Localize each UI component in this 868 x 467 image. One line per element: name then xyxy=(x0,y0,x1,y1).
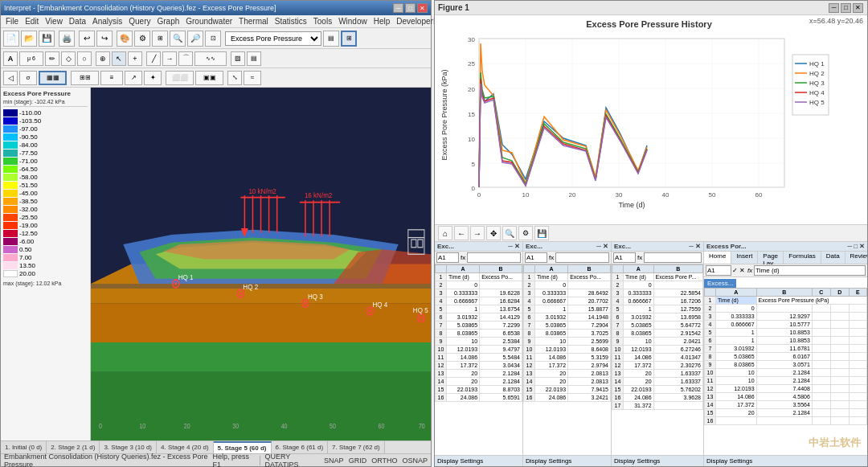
tb-draw1[interactable]: ✏ xyxy=(45,51,59,66)
tb-zoom-all[interactable]: ⊡ xyxy=(205,31,221,47)
tb-new[interactable]: 📄 xyxy=(3,31,19,47)
minimize-btn[interactable]: ─ xyxy=(393,3,403,13)
tb-curve[interactable]: ∿∿ xyxy=(194,51,227,66)
tb-zoom-out[interactable]: 🔎 xyxy=(187,31,203,47)
menu-analysis[interactable]: Analysis xyxy=(89,17,125,26)
svg-text:25: 25 xyxy=(468,60,475,68)
fig-home-icon[interactable]: ⌂ xyxy=(438,226,452,240)
tab-stage7[interactable]: 7. Stage 7 (62 d) xyxy=(328,441,385,453)
ribbon-tab-formulas[interactable]: Formulas xyxy=(784,252,821,264)
tb-deformed[interactable]: ⊞ xyxy=(341,31,357,47)
fig-pan-icon[interactable]: ✥ xyxy=(486,226,501,240)
tb-draw2[interactable]: ◇ xyxy=(61,51,76,66)
ribbon-tab-review[interactable]: Review xyxy=(845,252,867,264)
tb-redo[interactable]: ↪ xyxy=(96,31,113,47)
tb-cross[interactable]: + xyxy=(128,51,142,66)
menu-query[interactable]: Query xyxy=(125,17,154,26)
menu-edit[interactable]: Edit xyxy=(22,17,42,26)
ep1-close[interactable]: ✕ xyxy=(514,243,520,250)
ep4-close[interactable]: ✕ xyxy=(859,243,865,250)
menu-thermal[interactable]: Thermal xyxy=(235,17,272,26)
tb-settings[interactable]: ⚙ xyxy=(134,31,150,47)
tb-arc[interactable]: ⌒ xyxy=(178,51,193,66)
ep2-minimize[interactable]: ─ xyxy=(596,243,601,250)
tb-draw3[interactable]: ○ xyxy=(77,51,92,66)
tb-deform2[interactable]: ⤡ xyxy=(227,71,242,85)
ribbon-tab-data[interactable]: Data xyxy=(821,252,845,264)
menu-file[interactable]: File xyxy=(2,17,22,26)
fig-save-icon[interactable]: 💾 xyxy=(534,226,549,240)
tb-vectors[interactable]: ↗ xyxy=(125,71,142,85)
tb-snap[interactable]: ⊕ xyxy=(96,51,110,66)
tb-select[interactable]: ↖ xyxy=(112,51,126,66)
close-btn[interactable]: ✕ xyxy=(417,3,428,13)
ep1-cell-ref[interactable] xyxy=(436,252,459,263)
tb-shading2[interactable]: ▤ xyxy=(247,51,261,66)
ep2-cell-ref[interactable] xyxy=(525,252,547,263)
fig-maximize[interactable]: □ xyxy=(841,3,851,13)
ep2-close[interactable]: ✕ xyxy=(603,243,608,250)
tb-undo[interactable]: ↩ xyxy=(79,31,95,47)
ep4-status: Display Settings xyxy=(704,455,867,466)
fig-zoom-icon[interactable]: 🔍 xyxy=(502,226,517,240)
fig-minimize[interactable]: ─ xyxy=(829,3,839,13)
tb-symbols[interactable]: ✦ xyxy=(144,71,162,85)
tb-dimensions[interactable]: μ 6 xyxy=(19,51,43,66)
ep1-minimize[interactable]: ─ xyxy=(508,243,513,250)
menu-groundwater[interactable]: Groundwater xyxy=(182,17,235,26)
ep4-minimize[interactable]: ─ xyxy=(847,243,852,250)
maximize-btn[interactable]: □ xyxy=(405,3,416,13)
tb-contour[interactable]: ▤ xyxy=(323,31,339,47)
result-type-dropdown[interactable]: Excess Pore Pressure xyxy=(225,31,321,46)
menu-tools[interactable]: Tools xyxy=(310,17,335,26)
tb-stress[interactable]: σ xyxy=(19,71,37,85)
tb-zoom-in[interactable]: 🔍 xyxy=(170,31,186,47)
tb-lines[interactable]: ≡ xyxy=(100,71,123,85)
tb-mesh2[interactable]: ⊞⊞ xyxy=(71,71,99,85)
ep3-formula[interactable] xyxy=(644,252,702,263)
ep3-close[interactable]: ✕ xyxy=(695,243,701,250)
status-ortho[interactable]: ORTHO xyxy=(371,457,397,465)
menu-help[interactable]: Help xyxy=(371,17,394,26)
fig-forward-icon[interactable]: → xyxy=(470,226,485,240)
tb-save[interactable]: 💾 xyxy=(39,31,55,47)
tb-print[interactable]: 🖨️ xyxy=(59,31,75,47)
ribbon-tab-insert[interactable]: Insert xyxy=(731,252,758,264)
tb-line[interactable]: ╱ xyxy=(146,51,161,66)
tb-shading1[interactable]: ▨ xyxy=(231,51,245,66)
ribbon-tab-home[interactable]: Home xyxy=(704,252,731,264)
tb-contour2[interactable]: ▦▦ xyxy=(39,71,67,85)
fig-config-icon[interactable]: ⚙ xyxy=(518,226,533,240)
ribbon-tab-pagelayout[interactable]: Page Lay... xyxy=(758,252,784,264)
tb-material[interactable]: ⬜⬜ xyxy=(166,71,194,85)
svg-text:40: 40 xyxy=(281,423,288,431)
ep4-restore[interactable]: □ xyxy=(854,243,858,250)
menu-data[interactable]: Data xyxy=(66,17,89,26)
tb-arrow[interactable]: → xyxy=(162,51,177,66)
tb-props[interactable]: ▣▣ xyxy=(195,71,223,85)
ep2-grid: AB 1Time (d)Excess Po... 20 30.33333328.… xyxy=(523,264,611,455)
fig-close[interactable]: ✕ xyxy=(853,3,863,13)
ep3-cell-ref[interactable] xyxy=(613,252,636,263)
menu-view[interactable]: View xyxy=(42,17,66,26)
ep2-formula[interactable] xyxy=(555,252,609,263)
status-osnap[interactable]: OSNAP xyxy=(402,457,428,465)
menu-graph[interactable]: Graph xyxy=(154,17,182,26)
ep4-formula-bar[interactable] xyxy=(754,265,866,276)
tb-flow[interactable]: ≈ xyxy=(244,71,261,85)
ep3-minimize[interactable]: ─ xyxy=(689,243,694,250)
menu-statistics[interactable]: Statistics xyxy=(272,17,310,26)
svg-text:60: 60 xyxy=(755,191,763,199)
tb-text[interactable]: A xyxy=(3,51,18,66)
status-snap[interactable]: SNAP xyxy=(324,457,344,465)
status-query[interactable]: QUERY DATATIPS xyxy=(264,453,319,468)
tb-step-back[interactable]: ◁ xyxy=(3,71,18,85)
tb-open[interactable]: 📂 xyxy=(21,31,37,47)
status-grid[interactable]: GRID xyxy=(349,457,367,465)
ep1-formula[interactable] xyxy=(467,252,521,263)
fig-back-icon[interactable]: ← xyxy=(454,226,469,240)
ep4-cell-ref[interactable] xyxy=(706,265,731,276)
tb-mesh[interactable]: ⊞ xyxy=(152,31,168,47)
menu-window[interactable]: Window xyxy=(335,17,371,26)
tb-colors[interactable]: 🎨 xyxy=(117,31,133,47)
